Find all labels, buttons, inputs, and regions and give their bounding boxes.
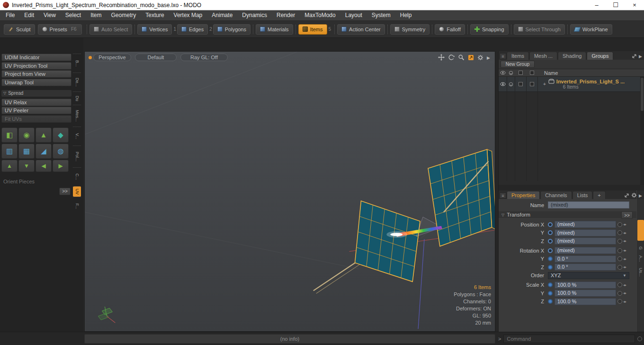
value-field[interactable]: (mixed): [555, 237, 616, 245]
channel-toggle[interactable]: [548, 256, 553, 261]
panel-menu-icon[interactable]: ≡: [500, 192, 506, 199]
menu-select[interactable]: Select: [61, 10, 86, 20]
value-field[interactable]: (mixed): [555, 247, 616, 254]
uv-relax-button[interactable]: UV Relax: [1, 99, 72, 106]
zoom-icon[interactable]: [458, 54, 465, 62]
vtab-de[interactable]: De...: [73, 73, 81, 91]
keyframe-circle[interactable]: [617, 282, 622, 287]
move-right-button[interactable]: ▶: [53, 160, 69, 172]
edges-mode-button[interactable]: Edges: [177, 24, 208, 35]
shading-mode-dropdown[interactable]: Default: [135, 54, 177, 61]
mini-slider-arrows[interactable]: ◂▸: [623, 248, 626, 253]
orbit-icon[interactable]: [448, 54, 455, 62]
uv-sphere-button[interactable]: ◍: [53, 144, 69, 159]
vtab-f[interactable]: F...: [73, 197, 81, 216]
spread-section-header[interactable]: ▽ Spread: [1, 90, 72, 97]
keyframe-circle[interactable]: [617, 230, 622, 235]
move-up-button[interactable]: ▲: [1, 160, 18, 172]
uv-triangle-button[interactable]: ◢: [36, 144, 52, 159]
snapping-button[interactable]: Snapping: [470, 24, 509, 35]
unwrap-tool-button[interactable]: Unwrap Tool: [1, 79, 72, 86]
move-down-button[interactable]: ▼: [18, 160, 35, 172]
vtab-du[interactable]: Du: [73, 91, 81, 105]
vtab-pol[interactable]: Pol...: [73, 145, 81, 167]
menu-help[interactable]: Help: [395, 10, 417, 20]
vtab-c[interactable]: C...: [73, 167, 81, 186]
symmetry-button[interactable]: Symmetry: [390, 24, 430, 35]
menu-view[interactable]: View: [39, 10, 61, 20]
item-list-scrollbar[interactable]: [640, 77, 644, 185]
uv-rotate-button[interactable]: ◉: [18, 127, 35, 143]
item-paint-icon[interactable]: [507, 82, 515, 87]
tab-shading[interactable]: Shading: [558, 52, 586, 60]
value-field[interactable]: (mixed): [555, 221, 616, 228]
menu-maxtomodo[interactable]: MaxToModo: [300, 10, 340, 20]
menu-layout[interactable]: Layout: [340, 10, 367, 20]
maximize-viewport-icon[interactable]: [468, 54, 474, 62]
minimize-button[interactable]: –: [587, 0, 606, 10]
menu-texture[interactable]: Texture: [141, 10, 169, 20]
uv-pack-button[interactable]: ◧: [1, 127, 18, 143]
item-name-field[interactable]: (mixed): [548, 201, 629, 209]
command-history-icon[interactable]: [637, 336, 642, 341]
panel-expand-icon[interactable]: [624, 193, 629, 198]
vertices-mode-button[interactable]: Vertices: [137, 24, 172, 35]
panel-menu-icon[interactable]: ≡: [500, 53, 506, 59]
group-item-name[interactable]: Inverted_Prisms_Light_S ...: [556, 79, 625, 84]
viewport-gear-icon[interactable]: [477, 54, 483, 62]
vtab-g[interactable]: G: [638, 246, 643, 250]
value-field[interactable]: 0.0 °: [555, 263, 616, 271]
mini-slider-arrows[interactable]: ◂▸: [623, 231, 626, 235]
viewport-3d-scene[interactable]: [85, 52, 495, 331]
channel-toggle[interactable]: [548, 265, 553, 270]
panel-divider[interactable]: [499, 185, 644, 191]
maximize-button[interactable]: ☐: [606, 0, 625, 10]
mini-slider-arrows[interactable]: ◂▸: [623, 239, 626, 243]
channel-toggle[interactable]: [548, 299, 553, 304]
keyframe-circle[interactable]: [617, 265, 622, 270]
pan-icon[interactable]: [438, 54, 445, 62]
channel-toggle[interactable]: [548, 291, 553, 296]
keyframe-circle[interactable]: [617, 239, 622, 244]
keyframe-circle[interactable]: [617, 299, 622, 304]
materials-mode-button[interactable]: Materials: [256, 24, 293, 35]
tab-mesh[interactable]: Mesh ...: [529, 52, 557, 60]
mini-slider-arrows[interactable]: ◂▸: [623, 265, 626, 269]
keyframe-circle[interactable]: [617, 291, 622, 296]
tab-lists[interactable]: Lists: [572, 191, 593, 199]
mini-slider-arrows[interactable]: ◂▸: [623, 257, 626, 261]
value-field[interactable]: (mixed): [555, 229, 616, 236]
value-field[interactable]: 0.0 °: [555, 255, 616, 263]
keyframe-circle[interactable]: [617, 256, 622, 261]
mini-slider-arrows[interactable]: ◂▸: [623, 291, 626, 295]
vtab-mes[interactable]: Mes...: [73, 105, 81, 127]
uv-stack-button[interactable]: ◆: [53, 127, 69, 143]
menu-vertex-map[interactable]: Vertex Map: [169, 10, 207, 20]
tab-channels[interactable]: Channels: [540, 191, 572, 199]
project-from-view-button[interactable]: Project from View: [1, 70, 72, 78]
vtab-b[interactable]: B...: [73, 54, 81, 73]
keyframe-circle[interactable]: [617, 248, 622, 253]
tab-items[interactable]: Items: [507, 52, 529, 60]
new-group-button[interactable]: New Group: [501, 61, 535, 68]
item-render-checkbox[interactable]: [515, 82, 526, 86]
view-mode-dropdown[interactable]: Perspective: [93, 54, 131, 61]
uv-mirror-button[interactable]: ▲: [36, 127, 52, 143]
menu-system[interactable]: System: [367, 10, 395, 20]
udim-indicator-button[interactable]: UDIM Indicator: [1, 54, 72, 61]
item-lock-checkbox[interactable]: [526, 82, 537, 86]
value-field[interactable]: 100.0 %: [555, 298, 616, 305]
menu-edit[interactable]: Edit: [19, 10, 39, 20]
mini-slider-arrows[interactable]: ◂▸: [623, 300, 626, 304]
panel-expand-icon[interactable]: [632, 54, 637, 59]
action-center-button[interactable]: Action Center: [337, 24, 385, 35]
menu-animate[interactable]: Animate: [207, 10, 237, 20]
menu-geometry[interactable]: Geometry: [107, 10, 141, 20]
tab-add[interactable]: +: [593, 191, 605, 199]
channel-toggle[interactable]: [548, 230, 553, 235]
raygl-dropdown[interactable]: Ray GL: Off: [180, 54, 228, 61]
auto-select-button[interactable]: Auto Select: [89, 24, 132, 35]
tab-properties[interactable]: Properties: [507, 191, 540, 199]
mini-slider-arrows[interactable]: ◂▸: [623, 222, 626, 227]
value-field[interactable]: 100.0 %: [555, 281, 616, 289]
